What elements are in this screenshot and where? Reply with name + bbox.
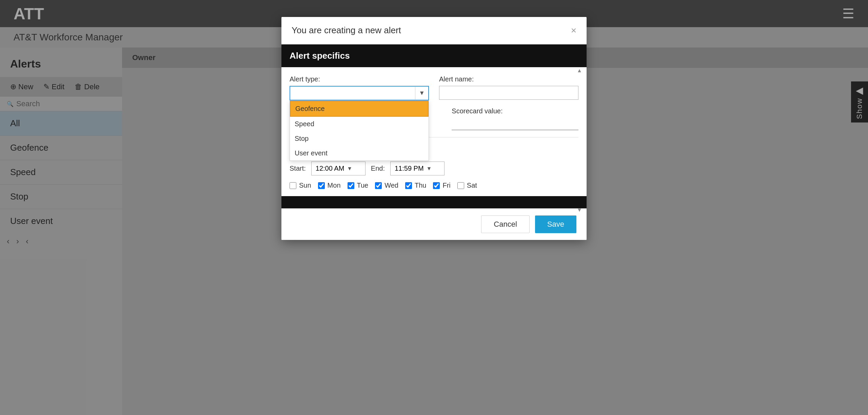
- dropdown-option-user-event[interactable]: User event: [290, 146, 429, 161]
- day-checkbox-sat[interactable]: [457, 182, 464, 189]
- alert-type-name-row: Alert type: ▼ Geofence Speed Stop: [290, 75, 578, 100]
- day-label-thu: Thu: [415, 182, 426, 189]
- start-time-arrow-icon: ▼: [347, 166, 352, 172]
- alert-type-dropdown-wrapper: ▼ Geofence Speed Stop User event: [290, 86, 429, 100]
- dialog-header: You are creating a new alert ×: [281, 17, 587, 44]
- start-time-value: 12:00 AM: [316, 165, 344, 172]
- day-item-thu: Thu: [405, 182, 426, 189]
- section-header-alert-specifics: Alert specifics: [281, 44, 587, 67]
- day-checkbox-fri[interactable]: [433, 182, 440, 189]
- scorecard-group: Scorecard value: 1: [452, 107, 578, 130]
- end-time-arrow-icon: ▼: [427, 166, 432, 172]
- cancel-button[interactable]: Cancel: [481, 215, 529, 233]
- day-label-sat: Sat: [467, 182, 477, 189]
- dropdown-option-stop[interactable]: Stop: [290, 131, 429, 146]
- end-label: End:: [371, 165, 385, 172]
- alert-name-label: Alert name:: [439, 75, 578, 83]
- day-checkbox-wed[interactable]: [375, 182, 382, 189]
- start-time-select[interactable]: 12:00 AM ▼: [311, 162, 366, 175]
- alert-type-input[interactable]: [290, 87, 415, 100]
- alert-name-input[interactable]: [439, 86, 578, 100]
- end-time-value: 11:59 PM: [395, 165, 424, 172]
- day-item-wed: Wed: [375, 182, 398, 189]
- day-label-mon: Mon: [328, 182, 341, 189]
- dialog-close-button[interactable]: ×: [571, 26, 576, 35]
- dropdown-option-speed[interactable]: Speed: [290, 117, 429, 131]
- alert-type-dropdown-input[interactable]: ▼: [290, 86, 429, 100]
- day-item-sat: Sat: [457, 182, 477, 189]
- dialog-scrollbar: ▲ ▼: [577, 68, 582, 213]
- time-row: Start: 12:00 AM ▼ End: 11:59 PM ▼: [290, 162, 578, 175]
- dialog-footer: Cancel Save: [281, 208, 587, 240]
- start-label: Start:: [290, 165, 306, 172]
- scorecard-label: Scorecard value:: [452, 107, 578, 115]
- day-label-fri: Fri: [442, 182, 450, 189]
- alert-name-group: Alert name:: [439, 75, 578, 100]
- day-item-sun: Sun: [290, 182, 311, 189]
- dialog-title: You are creating a new alert: [292, 25, 401, 36]
- scroll-up-icon[interactable]: ▲: [577, 68, 582, 73]
- days-row: Sun Mon Tue Wed: [290, 182, 578, 189]
- modal-overlay: You are creating a new alert × Alert spe…: [0, 0, 868, 415]
- alert-type-dropdown-menu: Geofence Speed Stop User event: [290, 100, 429, 161]
- scroll-down-icon[interactable]: ▼: [577, 207, 582, 213]
- section-bottom-bar: [281, 196, 587, 208]
- alert-type-label: Alert type:: [290, 75, 429, 83]
- day-checkbox-sun[interactable]: [290, 182, 296, 189]
- day-label-sun: Sun: [299, 182, 311, 189]
- day-checkbox-tue[interactable]: [348, 182, 354, 189]
- dialog-body: Alert specifics Alert type: ▼: [281, 44, 587, 208]
- alert-type-dropdown-arrow-icon[interactable]: ▼: [415, 87, 428, 99]
- end-time-select[interactable]: 11:59 PM ▼: [390, 162, 445, 175]
- dropdown-option-geofence[interactable]: Geofence: [290, 101, 429, 117]
- day-item-mon: Mon: [318, 182, 341, 189]
- day-item-fri: Fri: [433, 182, 450, 189]
- alert-form-body: Alert type: ▼ Geofence Speed Stop: [281, 67, 587, 149]
- alert-dialog: You are creating a new alert × Alert spe…: [281, 17, 587, 240]
- day-checkbox-mon[interactable]: [318, 182, 325, 189]
- alert-type-group: Alert type: ▼ Geofence Speed Stop: [290, 75, 429, 100]
- scorecard-input[interactable]: 1: [452, 118, 578, 130]
- day-label-tue: Tue: [357, 182, 369, 189]
- save-button[interactable]: Save: [535, 215, 576, 233]
- day-label-wed: Wed: [384, 182, 398, 189]
- day-item-tue: Tue: [348, 182, 369, 189]
- day-checkbox-thu[interactable]: [405, 182, 412, 189]
